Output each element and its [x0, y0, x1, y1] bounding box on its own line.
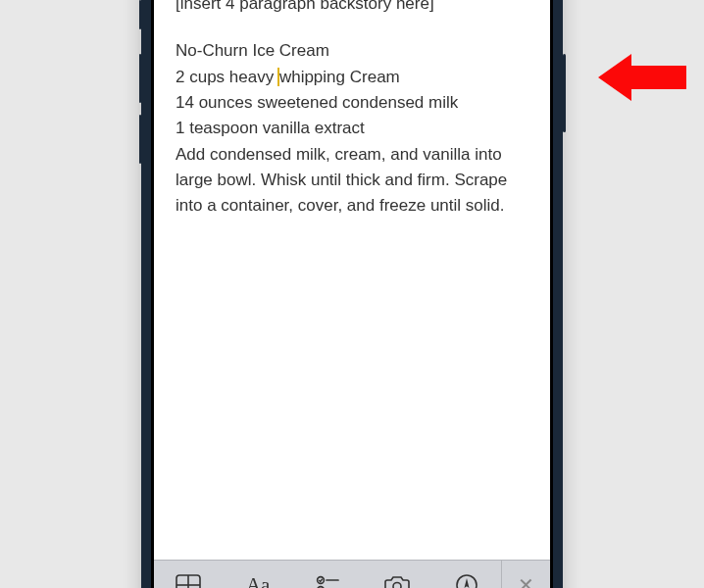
- phone-bezel: 9:41 ‹ Notes •••: [151, 0, 553, 588]
- callout-arrow: [598, 50, 686, 109]
- volume-up-button: [139, 54, 142, 103]
- note-body: No-Churn Ice Cream 2 cups heavy whipping…: [176, 38, 528, 219]
- close-toolbar-button[interactable]: ✕: [501, 561, 550, 588]
- volume-down-button: [139, 115, 142, 164]
- markup-button[interactable]: [431, 561, 501, 588]
- format-toolbar: Aa ✕: [154, 560, 550, 588]
- phone-frame: 9:41 ‹ Notes •••: [141, 0, 563, 588]
- note-line-1: 2 cups heavy whipping Cream: [176, 65, 528, 90]
- note-placeholder-line: [insert 4 paragraph backstory here]: [176, 0, 528, 17]
- text-style-icon: Aa: [246, 573, 271, 589]
- text-style-button[interactable]: Aa: [224, 561, 293, 588]
- note-editor[interactable]: [insert 4 paragraph backstory here] No-C…: [154, 0, 550, 229]
- close-icon: ✕: [518, 573, 534, 588]
- camera-button[interactable]: [362, 561, 431, 588]
- note-title: No-Churn Ice Cream: [176, 38, 528, 64]
- svg-marker-9: [598, 54, 686, 101]
- note-line-4: Add condensed milk, cream, and vanilla i…: [176, 142, 528, 220]
- mute-switch: [139, 0, 142, 29]
- power-button: [563, 54, 566, 132]
- note-line-3: 1 teaspoon vanilla extract: [176, 116, 528, 141]
- note-line-2: 14 ounces sweetened condensed milk: [176, 90, 528, 116]
- checklist-button[interactable]: [293, 561, 363, 588]
- svg-point-7: [393, 583, 401, 589]
- screen: 9:41 ‹ Notes •••: [154, 0, 550, 588]
- table-button[interactable]: [154, 561, 224, 588]
